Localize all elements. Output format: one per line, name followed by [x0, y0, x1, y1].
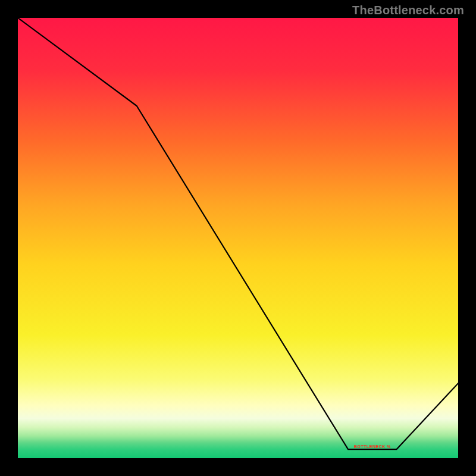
gradient-background — [18, 18, 458, 458]
bottleneck-annotation: BOTTLENECK % — [354, 444, 391, 449]
bottleneck-chart — [18, 18, 458, 458]
attribution-text: TheBottleneck.com — [352, 4, 464, 17]
plot-area: BOTTLENECK % — [18, 18, 458, 458]
chart-frame: TheBottleneck.com BOTTLENECK % — [0, 0, 476, 476]
